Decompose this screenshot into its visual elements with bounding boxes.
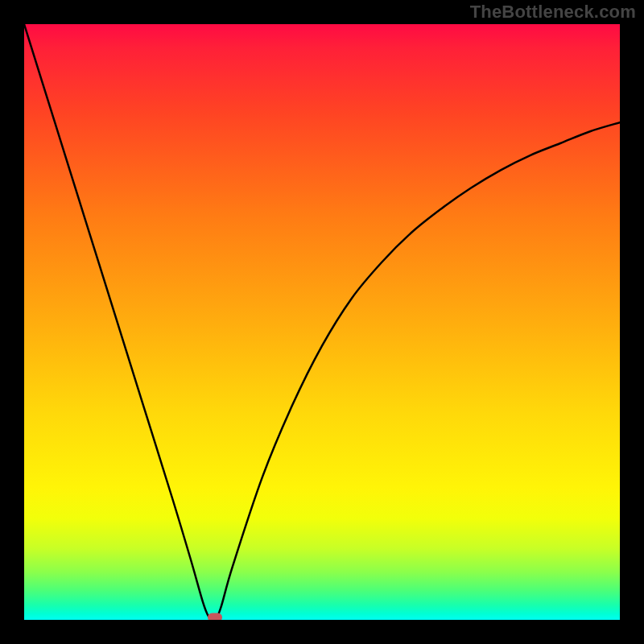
plot-area	[24, 24, 620, 620]
chart-frame: TheBottleneck.com	[0, 0, 644, 644]
valley-marker	[208, 613, 222, 621]
bottleneck-curve-path	[24, 24, 620, 620]
curve-svg	[24, 24, 620, 620]
watermark-text: TheBottleneck.com	[470, 2, 636, 23]
